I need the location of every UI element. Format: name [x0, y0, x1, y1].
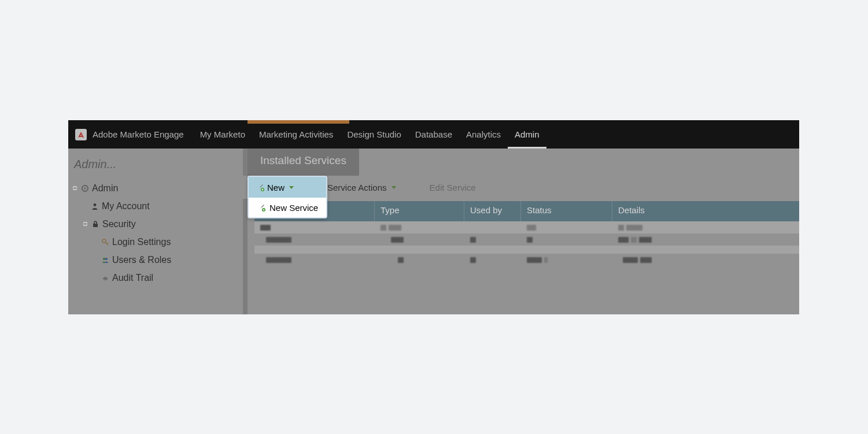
tree-my-account[interactable]: My Account: [68, 197, 243, 215]
table-header: Name Type Used by Status Details: [254, 201, 799, 221]
tab-row: Installed Services: [243, 149, 799, 176]
svg-point-4: [94, 203, 97, 206]
tree-admin-label: Admin: [92, 183, 118, 194]
tree-security-label: Security: [102, 219, 136, 229]
new-dropdown: New New Service: [248, 176, 327, 218]
svg-line-10: [107, 243, 108, 244]
svg-point-11: [103, 258, 105, 260]
collapse-icon: [82, 221, 88, 227]
table-row[interactable]: [254, 254, 799, 266]
rocket-plus-icon: [257, 203, 266, 212]
rocket-icon: [418, 183, 427, 192]
new-button[interactable]: New: [249, 177, 326, 198]
users-icon: [101, 255, 110, 265]
services-table: Name Type Used by Status Details: [254, 201, 799, 314]
person-icon: [90, 202, 99, 211]
nav-analytics[interactable]: Analytics: [459, 120, 508, 149]
edit-service-label: Edit Service: [430, 183, 476, 192]
orange-strip: [248, 120, 349, 124]
tree: Admin My Account Security Login Settings: [68, 179, 243, 287]
tree-users-roles[interactable]: Users & Roles: [68, 251, 243, 269]
megaphone-icon: [101, 273, 110, 283]
new-service-menu-item[interactable]: New Service: [249, 198, 326, 217]
col-type[interactable]: Type: [375, 201, 464, 221]
rocket-plus-icon: [256, 183, 265, 192]
key-icon: [101, 238, 110, 247]
service-actions-label: Service Actions: [327, 183, 387, 192]
table-row[interactable]: [254, 246, 799, 254]
svg-rect-7: [93, 224, 98, 227]
nav-my-marketo[interactable]: My Marketo: [193, 120, 252, 149]
app-frame: Adobe Marketo Engage My Marketo Marketin…: [68, 120, 799, 314]
tree-users-roles-label: Users & Roles: [112, 255, 171, 265]
tree-audit-trail-label: Audit Trail: [112, 273, 153, 283]
tree-admin[interactable]: Admin: [68, 179, 243, 197]
tree-login-settings[interactable]: Login Settings: [68, 233, 243, 251]
nav-design-studio[interactable]: Design Studio: [340, 120, 408, 149]
tree-my-account-label: My Account: [102, 201, 150, 212]
brand-label: Adobe Marketo Engage: [93, 129, 184, 139]
main-panel: Installed Services Service Actions Edit …: [243, 149, 799, 314]
tab-installed-services[interactable]: Installed Services: [248, 149, 359, 176]
tree-login-settings-label: Login Settings: [112, 237, 171, 247]
col-used-by[interactable]: Used by: [464, 201, 521, 221]
col-details[interactable]: Details: [612, 201, 799, 221]
new-service-label: New Service: [269, 203, 318, 213]
table-body: [254, 221, 799, 266]
adobe-logo-icon: [75, 129, 87, 140]
lock-icon: [91, 220, 100, 229]
top-nav: Adobe Marketo Engage My Marketo Marketin…: [68, 120, 799, 149]
edit-service-button[interactable]: Edit Service: [411, 176, 483, 198]
sidebar-title: Admin...: [68, 149, 243, 179]
toolbar: Service Actions Edit Service New: [243, 176, 799, 199]
new-label: New: [267, 183, 285, 192]
svg-point-12: [105, 258, 108, 260]
collapse-icon: [72, 185, 78, 191]
tree-security[interactable]: Security: [68, 215, 243, 233]
sidebar: Admin... Admin My Account Security: [68, 149, 243, 314]
tree-audit-trail[interactable]: Audit Trail: [68, 269, 243, 287]
nav-admin[interactable]: Admin: [508, 120, 546, 149]
nav-database[interactable]: Database: [408, 120, 459, 149]
gear-icon: [80, 184, 90, 193]
chevron-down-icon: [391, 186, 396, 189]
col-status[interactable]: Status: [521, 201, 612, 221]
table-row[interactable]: [254, 221, 799, 233]
splitter-handle[interactable]: [243, 149, 248, 314]
svg-rect-13: [106, 277, 108, 280]
svg-point-3: [84, 187, 86, 189]
chevron-down-icon: [289, 186, 294, 189]
nav-marketing-activities[interactable]: Marketing Activities: [252, 120, 340, 149]
table-row[interactable]: [254, 233, 799, 246]
body-row: Admin... Admin My Account Security: [68, 149, 799, 314]
